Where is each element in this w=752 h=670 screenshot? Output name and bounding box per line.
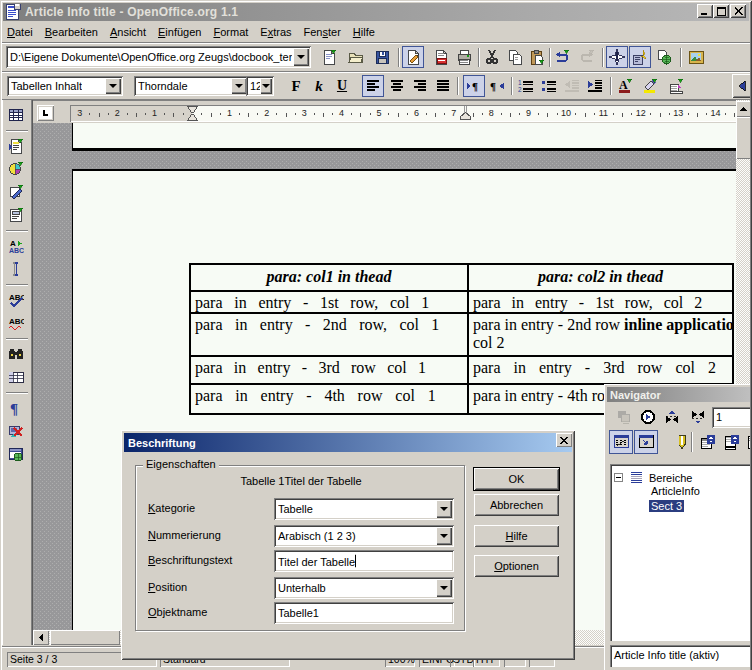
indent-marker-left[interactable] bbox=[187, 106, 198, 121]
navigator-button[interactable] bbox=[606, 46, 628, 68]
navigator-document-selector[interactable]: Article Info title (aktiv) bbox=[610, 645, 752, 667]
vertical-scroll-thumb[interactable] bbox=[736, 117, 751, 159]
font-size-combo-dropdown[interactable] bbox=[260, 78, 272, 94]
italic-button[interactable]: k bbox=[308, 75, 330, 97]
indent-marker-right[interactable] bbox=[460, 112, 471, 120]
optionen-button[interactable]: Optionen bbox=[474, 555, 559, 577]
scroll-up-button[interactable] bbox=[736, 101, 751, 117]
align-right-button[interactable] bbox=[409, 75, 431, 97]
menu-einfgen[interactable]: Einfügen bbox=[158, 24, 201, 40]
data-sources-button[interactable] bbox=[5, 366, 27, 388]
menu-bearbeiten[interactable]: Bearbeiten bbox=[45, 24, 98, 40]
url-dropdown-button[interactable] bbox=[293, 48, 309, 66]
online-layout-button[interactable] bbox=[5, 443, 27, 465]
horizontal-scroll-thumb[interactable] bbox=[50, 630, 120, 645]
font-color-button[interactable]: A bbox=[614, 75, 636, 97]
tab-type-selector[interactable] bbox=[37, 105, 54, 121]
ok-button[interactable]: OK bbox=[474, 468, 559, 490]
menu-ansicht[interactable]: Ansicht bbox=[110, 24, 146, 40]
document-url-combo[interactable]: D:\Eigene Dokumente\OpenOffice.org Zeugs… bbox=[6, 46, 311, 68]
undo-button[interactable] bbox=[551, 46, 573, 68]
copy-button[interactable] bbox=[504, 46, 526, 68]
toolbar-scroll-left-button[interactable] bbox=[732, 74, 752, 98]
field-position[interactable]: Unterhalb bbox=[274, 577, 454, 599]
autotext-button[interactable]: AABC bbox=[5, 235, 27, 257]
new-document-button[interactable] bbox=[318, 46, 340, 68]
minimize-button[interactable] bbox=[697, 4, 713, 18]
dialog-close-button[interactable] bbox=[556, 433, 572, 447]
spellcheck-button[interactable]: ABC bbox=[5, 289, 27, 311]
dialog-title-bar[interactable]: Beschriftung bbox=[124, 433, 572, 452]
font-name-combo[interactable]: Thorndale bbox=[134, 76, 249, 96]
redo-button[interactable] bbox=[576, 46, 598, 68]
navigator-window[interactable]: Navigator 1 BereicheArticleInfoSect 3 Ar… bbox=[604, 384, 752, 670]
graphics-onoff-button[interactable] bbox=[5, 420, 27, 442]
goto-footer-button[interactable] bbox=[720, 430, 744, 454]
navigator-page-spinner[interactable]: 1 bbox=[712, 407, 752, 428]
align-justify-button[interactable] bbox=[432, 75, 454, 97]
tree-item-sect3[interactable]: Sect 3 bbox=[614, 500, 684, 512]
tree-item-articleinfo[interactable]: ArticleInfo bbox=[614, 485, 702, 497]
navigation-button[interactable] bbox=[636, 405, 660, 429]
increase-indent-button[interactable] bbox=[584, 75, 606, 97]
highlight-button[interactable] bbox=[639, 75, 661, 97]
goto-header-button[interactable] bbox=[696, 430, 720, 454]
anchor-text-button[interactable] bbox=[743, 430, 752, 454]
align-center-button[interactable] bbox=[386, 75, 408, 97]
scroll-left-button[interactable] bbox=[33, 630, 49, 645]
open-button[interactable] bbox=[345, 46, 367, 68]
field-kategorie[interactable]: Tabelle bbox=[274, 498, 454, 520]
underline-button[interactable]: U bbox=[331, 75, 353, 97]
autospellcheck-button[interactable]: ABC bbox=[5, 312, 27, 334]
bold-button[interactable]: F bbox=[285, 75, 307, 97]
paste-button[interactable] bbox=[526, 46, 548, 68]
title-bar[interactable]: Article Info title - OpenOffice.org 1.1 bbox=[3, 3, 749, 21]
find-replace-button[interactable] bbox=[5, 343, 27, 365]
nav-toggle-button[interactable] bbox=[612, 405, 636, 429]
stylist-button[interactable] bbox=[629, 46, 651, 68]
field-beschriftungstext[interactable]: Titel der Tabelle bbox=[274, 550, 454, 572]
font-size-combo[interactable]: 12 bbox=[246, 76, 274, 96]
dropdown-button[interactable] bbox=[436, 500, 452, 518]
gallery-button[interactable] bbox=[685, 46, 707, 68]
insert-object-button[interactable] bbox=[5, 158, 27, 180]
drag-mode-button[interactable] bbox=[609, 430, 633, 454]
navigator-title-bar[interactable]: Navigator bbox=[607, 387, 752, 402]
abbrechen-button[interactable]: Abbrechen bbox=[474, 494, 559, 516]
nonprinting-chars-button[interactable]: ¶ bbox=[5, 397, 27, 419]
save-button[interactable] bbox=[371, 46, 393, 68]
menu-fenster[interactable]: Fenster bbox=[304, 24, 341, 40]
paragraph-style-combo[interactable]: Tabellen Inhalt bbox=[7, 76, 123, 96]
field-objektname[interactable]: Tabelle1 bbox=[274, 602, 454, 624]
bullet-list-button[interactable] bbox=[538, 75, 560, 97]
ltr-button[interactable]: ¶ bbox=[463, 75, 485, 97]
maximize-button[interactable] bbox=[713, 4, 729, 18]
print-button[interactable] bbox=[453, 46, 475, 68]
insert-table-button[interactable] bbox=[5, 104, 27, 126]
font-name-combo-dropdown[interactable] bbox=[231, 78, 247, 94]
close-button[interactable] bbox=[730, 4, 746, 18]
menu-format[interactable]: Format bbox=[213, 24, 248, 40]
hilfe-button[interactable]: Hilfe bbox=[474, 525, 559, 547]
form-functions-button[interactable] bbox=[5, 204, 27, 226]
cut-button[interactable] bbox=[481, 46, 503, 68]
field-nummerierung[interactable]: Arabisch (1 2 3) bbox=[274, 525, 454, 547]
dropdown-button[interactable] bbox=[436, 579, 452, 597]
edit-file-button[interactable] bbox=[402, 46, 424, 68]
direct-cursor-button[interactable] bbox=[5, 258, 27, 280]
hyperlink-globe-button[interactable] bbox=[653, 46, 675, 68]
background-color-button[interactable] bbox=[665, 75, 687, 97]
menu-extras[interactable]: Extras bbox=[260, 24, 291, 40]
paragraph-style-combo-dropdown[interactable] bbox=[105, 78, 121, 94]
numbered-list-button[interactable]: 12 bbox=[515, 75, 537, 97]
content-view-button[interactable] bbox=[634, 430, 658, 454]
draw-functions-button[interactable] bbox=[5, 181, 27, 203]
previous-entry-button[interactable] bbox=[660, 405, 684, 429]
next-entry-button[interactable] bbox=[686, 405, 710, 429]
menu-datei[interactable]: Datei bbox=[7, 24, 33, 40]
rtl-button[interactable]: ¶ bbox=[486, 75, 508, 97]
export-pdf-button[interactable] bbox=[430, 46, 452, 68]
tree-item-bereiche[interactable]: Bereiche bbox=[614, 470, 694, 485]
menu-hilfe[interactable]: Hilfe bbox=[353, 24, 375, 40]
dropdown-button[interactable] bbox=[436, 527, 452, 545]
